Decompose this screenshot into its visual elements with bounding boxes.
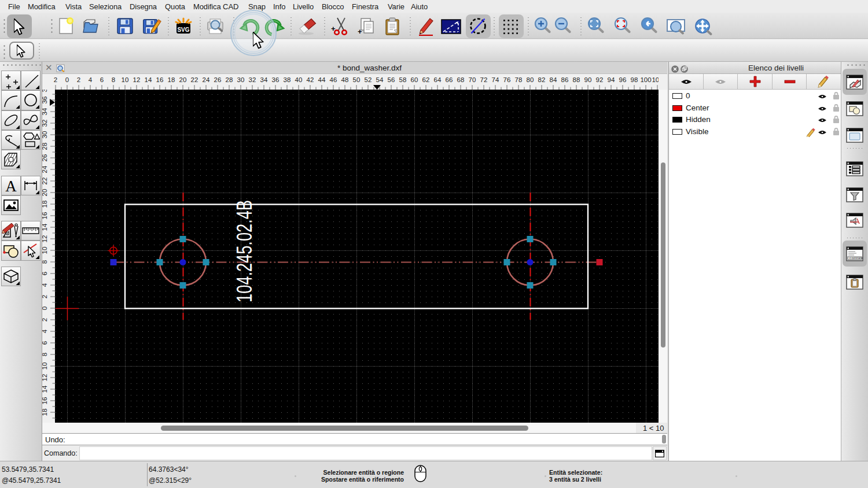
svg-text:100: 100 — [640, 76, 651, 83]
svg-text:+: + — [331, 24, 336, 33]
svg-text:8: 8 — [42, 260, 48, 264]
svg-text:30: 30 — [237, 76, 245, 83]
svg-text:16: 16 — [42, 212, 48, 220]
svg-text:56: 56 — [388, 76, 395, 83]
svg-text:A: A — [5, 178, 17, 195]
svg-text:8: 8 — [42, 353, 48, 356]
svg-text:30: 30 — [42, 131, 48, 139]
svg-text:24: 24 — [42, 165, 48, 173]
svg-text:68: 68 — [457, 76, 465, 83]
svg-text:72: 72 — [480, 76, 488, 83]
svg-text:0: 0 — [42, 306, 48, 310]
svg-text:8: 8 — [112, 76, 115, 83]
svg-text:2: 2 — [54, 76, 57, 83]
svg-text:38: 38 — [284, 76, 291, 83]
svg-text:76: 76 — [503, 76, 511, 83]
svg-text:2: 2 — [77, 76, 80, 83]
svg-text:32: 32 — [42, 120, 48, 127]
svg-text:64: 64 — [434, 76, 442, 83]
svg-text:22: 22 — [42, 178, 48, 185]
svg-text:20: 20 — [179, 76, 187, 83]
svg-text:34: 34 — [260, 76, 268, 83]
svg-text:0: 0 — [65, 76, 69, 83]
svg-text:54: 54 — [376, 76, 384, 83]
svg-text:78: 78 — [515, 76, 523, 83]
svg-text:16: 16 — [42, 397, 48, 405]
svg-text:32: 32 — [249, 76, 256, 83]
svg-text:70: 70 — [469, 76, 476, 83]
svg-text:48: 48 — [341, 76, 349, 83]
svg-text:62: 62 — [422, 76, 430, 83]
svg-text:4: 4 — [42, 329, 48, 333]
svg-text:58: 58 — [399, 76, 407, 83]
svg-text:36: 36 — [42, 97, 48, 104]
svg-text:94: 94 — [608, 76, 615, 83]
svg-text:14: 14 — [145, 76, 152, 83]
svg-text:6: 6 — [100, 76, 104, 83]
svg-text:34: 34 — [42, 108, 48, 115]
svg-text:24: 24 — [203, 76, 210, 83]
svg-text:18: 18 — [42, 409, 48, 416]
svg-text:12: 12 — [42, 374, 48, 382]
svg-text:10: 10 — [42, 363, 48, 370]
svg-text:12: 12 — [133, 76, 141, 83]
svg-text:50: 50 — [353, 76, 361, 83]
svg-text:66: 66 — [446, 76, 453, 83]
svg-text:42: 42 — [307, 76, 314, 83]
svg-text:26: 26 — [214, 76, 222, 83]
svg-text:38: 38 — [42, 90, 48, 92]
svg-text:74: 74 — [492, 76, 499, 83]
svg-text:18: 18 — [42, 201, 48, 208]
svg-text:98: 98 — [631, 76, 638, 83]
svg-text:12: 12 — [42, 235, 48, 243]
svg-text:6: 6 — [42, 341, 48, 345]
svg-text:c command: c command — [849, 257, 863, 260]
svg-text:104.245.02.4B: 104.245.02.4B — [233, 200, 256, 302]
svg-text:18: 18 — [168, 76, 175, 83]
svg-text:28: 28 — [226, 76, 233, 83]
svg-text:52: 52 — [365, 76, 372, 83]
svg-text:14: 14 — [42, 223, 48, 231]
svg-text:SVG: SVG — [177, 27, 189, 33]
svg-text:36: 36 — [272, 76, 279, 83]
svg-text:28: 28 — [42, 143, 48, 150]
svg-text:44: 44 — [318, 76, 326, 83]
svg-text:90: 90 — [584, 76, 592, 83]
svg-text:6: 6 — [42, 272, 48, 275]
svg-text:86: 86 — [561, 76, 569, 83]
svg-text:14: 14 — [42, 385, 48, 393]
svg-text:10: 10 — [42, 247, 48, 254]
svg-text:40: 40 — [295, 76, 303, 83]
svg-text:88: 88 — [573, 76, 580, 83]
svg-text:4: 4 — [89, 76, 93, 83]
svg-text:2: 2 — [42, 295, 48, 298]
svg-text:46: 46 — [330, 76, 337, 83]
svg-text:10: 10 — [122, 76, 129, 83]
svg-text:22: 22 — [191, 76, 198, 83]
svg-text:26: 26 — [42, 154, 48, 162]
svg-text:82: 82 — [538, 76, 546, 83]
svg-text:60: 60 — [411, 76, 418, 83]
svg-text:92: 92 — [596, 76, 604, 83]
svg-text:20: 20 — [42, 189, 48, 197]
svg-text:2: 2 — [42, 318, 48, 321]
svg-text:4: 4 — [42, 283, 48, 287]
svg-text:96: 96 — [619, 76, 627, 83]
svg-text:80: 80 — [527, 76, 534, 83]
svg-text:+: + — [358, 27, 362, 36]
svg-text:16: 16 — [156, 76, 164, 83]
svg-text:84: 84 — [550, 76, 557, 83]
svg-text:102: 102 — [652, 76, 663, 83]
